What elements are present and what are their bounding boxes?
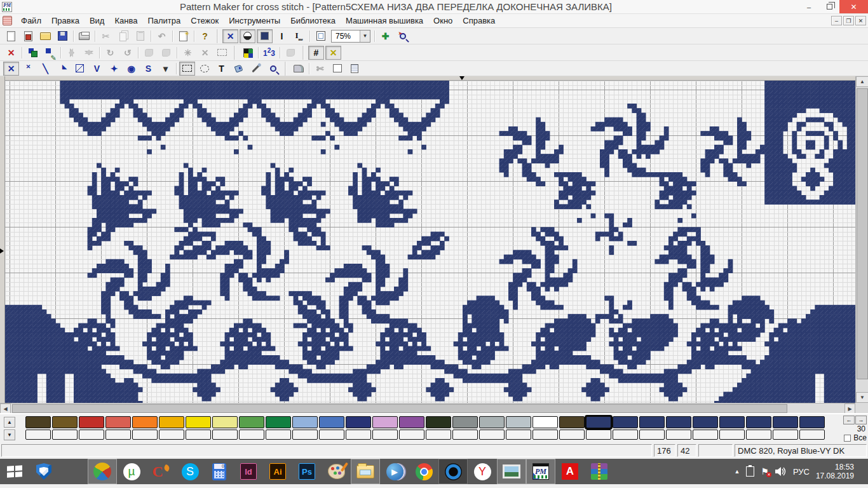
- palette-editor-button[interactable]: [240, 46, 255, 60]
- palette-swatch-9[interactable]: [266, 416, 291, 428]
- information-button[interactable]: [313, 29, 329, 43]
- palette-swatch-empty-9[interactable]: [266, 430, 291, 440]
- zoom-combobox[interactable]: 75%▼: [331, 30, 370, 43]
- menu-Правка[interactable]: Правка: [46, 15, 85, 27]
- palette-swatch-6[interactable]: [186, 416, 211, 428]
- palette-swatch-26[interactable]: [719, 416, 745, 428]
- palette-swatch-15[interactable]: [426, 416, 451, 428]
- scroll-up-arrow[interactable]: ▲: [856, 76, 868, 87]
- battery-icon[interactable]: [746, 466, 754, 477]
- media-center-taskbar-item[interactable]: [438, 459, 468, 484]
- palette-swatch-29[interactable]: [799, 416, 825, 428]
- palette-swatch-8[interactable]: [239, 416, 264, 428]
- mdi-close-button[interactable]: ✕: [855, 16, 866, 25]
- palette-swatch-empty-27[interactable]: [746, 430, 771, 440]
- palette-swatch-empty-16[interactable]: [452, 430, 478, 440]
- palette-swatch-empty-14[interactable]: [399, 430, 424, 440]
- palette-swatch-25[interactable]: [693, 416, 718, 428]
- three-quarter-stitch-button[interactable]: [72, 62, 88, 76]
- ccleaner-taskbar-item[interactable]: C: [146, 459, 175, 484]
- palette-up-button[interactable]: ▲: [4, 417, 15, 428]
- split-view-button[interactable]: [329, 62, 345, 76]
- action-center-flag-icon[interactable]: ⚑✕: [761, 466, 769, 477]
- palette-swatch-28[interactable]: [773, 416, 798, 428]
- menu-Канва[interactable]: Канва: [109, 15, 142, 27]
- palette-swatch-empty-17[interactable]: [479, 430, 505, 440]
- pinwheel-app-taskbar-item[interactable]: [88, 459, 117, 484]
- palette-swatch-empty-1[interactable]: [52, 430, 78, 440]
- pattern-maker-taskbar-item[interactable]: PM: [526, 459, 555, 484]
- palette-swatch-4[interactable]: [132, 416, 158, 428]
- grid-toggle-button[interactable]: #: [308, 46, 324, 60]
- palette-swatch-14[interactable]: [399, 416, 424, 428]
- palette-swatch-empty-4[interactable]: [132, 430, 158, 440]
- palette-swatch-10[interactable]: [292, 416, 318, 428]
- start-button-taskbar-item[interactable]: [0, 459, 29, 484]
- select-rectangle-button[interactable]: [179, 62, 195, 76]
- photo-viewer-taskbar-item[interactable]: [497, 459, 526, 484]
- palette-swatch-empty-12[interactable]: [346, 430, 371, 440]
- palette-swatch-empty-15[interactable]: [426, 430, 451, 440]
- paste-special-button[interactable]: [42, 46, 58, 60]
- bead-large-button[interactable]: ◉: [123, 62, 139, 76]
- palette-swatch-empty-7[interactable]: [212, 430, 238, 440]
- restore-button[interactable]: [819, 0, 839, 13]
- symbols-numbers-button[interactable]: 123: [261, 46, 277, 60]
- palette-swatch-empty-20[interactable]: [559, 430, 585, 440]
- windows-defender-taskbar-item[interactable]: [29, 459, 58, 484]
- palette-scroll-right[interactable]: →: [855, 416, 867, 424]
- color-picker-button[interactable]: [248, 62, 264, 76]
- menu-Стежок[interactable]: Стежок: [186, 15, 224, 27]
- menu-Окно[interactable]: Окно: [428, 15, 458, 27]
- select-ellipse-button[interactable]: [196, 62, 212, 76]
- copy-to-scheme-button[interactable]: [25, 46, 41, 60]
- view-backstitch-button[interactable]: I: [274, 29, 290, 43]
- notes-button[interactable]: [346, 62, 362, 76]
- french-knot-button[interactable]: V: [89, 62, 105, 76]
- menu-Библиотека[interactable]: Библиотека: [285, 15, 341, 27]
- menu-Справка[interactable]: Справка: [458, 15, 500, 27]
- palette-swatch-empty-28[interactable]: [773, 430, 798, 440]
- palette-swatch-12[interactable]: [346, 416, 371, 428]
- mdi-restore-button[interactable]: ❐: [843, 16, 854, 25]
- palette-swatch-empty-29[interactable]: [799, 430, 825, 440]
- palette-swatch-empty-22[interactable]: [613, 430, 638, 440]
- palette-swatch-empty-0[interactable]: [25, 430, 51, 440]
- view-solid-color-button[interactable]: [257, 29, 273, 43]
- view-full-stitches-button[interactable]: ✕: [222, 29, 238, 43]
- help-button[interactable]: ?: [197, 29, 213, 43]
- palette-swatch-empty-2[interactable]: [79, 430, 104, 440]
- palette-swatch-22[interactable]: [613, 416, 638, 428]
- palette-swatch-empty-5[interactable]: [159, 430, 184, 440]
- palette-swatch-11[interactable]: [319, 416, 344, 428]
- utorrent-taskbar-item[interactable]: µ: [117, 459, 146, 484]
- illustrator-taskbar-item[interactable]: Ai: [263, 459, 292, 484]
- palette-down-button[interactable]: ▼: [4, 430, 15, 440]
- horizontal-scrollbar[interactable]: ◀ ▶: [0, 403, 855, 413]
- palette-swatch-17[interactable]: [479, 416, 505, 428]
- machine-export-button[interactable]: [290, 62, 306, 76]
- palette-swatch-7[interactable]: [212, 416, 238, 428]
- quarter-stitch-button[interactable]: ◣: [55, 62, 71, 76]
- menu-Вид[interactable]: Вид: [85, 15, 110, 27]
- zoom-dropdown-arrow[interactable]: ▼: [360, 30, 370, 42]
- palette-swatch-empty-24[interactable]: [666, 430, 691, 440]
- palette-swatch-empty-11[interactable]: [319, 430, 344, 440]
- palette-swatch-23[interactable]: [639, 416, 665, 428]
- language-indicator[interactable]: РУС: [793, 467, 810, 477]
- skype-taskbar-item[interactable]: S: [175, 459, 205, 484]
- control-panel-taskbar-item[interactable]: [58, 459, 88, 484]
- palette-swatch-20[interactable]: [559, 416, 585, 428]
- minimize-button[interactable]: –: [799, 0, 819, 13]
- vertical-scrollbar[interactable]: ▲ ▼: [855, 76, 868, 403]
- new-pattern-button[interactable]: [3, 29, 19, 43]
- tray-chevron-icon[interactable]: ▲: [734, 468, 740, 475]
- horizontal-scroll-thumb[interactable]: [12, 404, 787, 413]
- indesign-taskbar-item[interactable]: Id: [234, 459, 263, 484]
- palette-swatch-21[interactable]: [586, 416, 611, 428]
- palette-scroll-left[interactable]: ←: [843, 416, 855, 424]
- palette-swatch-empty-18[interactable]: [506, 430, 531, 440]
- palette-swatch-18[interactable]: [506, 416, 531, 428]
- fill-tool-button[interactable]: [231, 62, 247, 76]
- menu-Инструменты[interactable]: Инструменты: [224, 15, 285, 27]
